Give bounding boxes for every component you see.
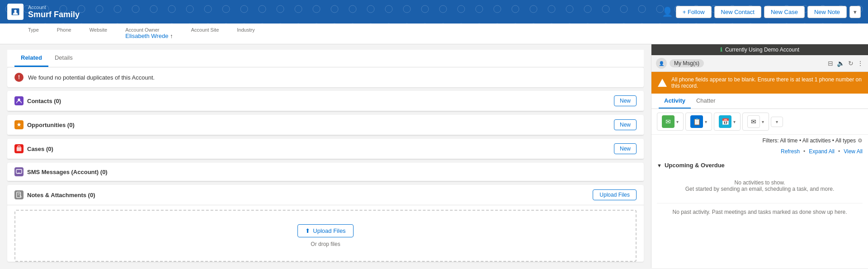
opportunities-new-button[interactable]: New (614, 119, 637, 130)
warning-banner: All phone fields appear to be blank. Ens… (651, 72, 868, 94)
filter-icon[interactable]: ⊟ (828, 60, 833, 67)
avatar: 👤 (656, 58, 667, 69)
notes-card: Notes & Attachments (0) Upload Files ⬆ U… (7, 185, 644, 262)
email-chevron: ▾ (676, 119, 679, 124)
meta-type: Type (28, 27, 39, 33)
dropzone-upload-button[interactable]: ⬆ Upload Files (297, 224, 353, 237)
more-msg-icon[interactable]: ⋮ (857, 60, 863, 67)
left-panel: Related Details ! We found no potential … (0, 44, 651, 268)
type-label: Type (28, 27, 39, 33)
volume-icon[interactable]: 🔈 (837, 60, 844, 67)
new-note-button[interactable]: New Note (807, 6, 847, 18)
no-activities-sub: Get started by sending an email, schedul… (657, 186, 863, 192)
opportunities-section-header: Opportunities (0) New (7, 115, 644, 135)
right-panel: ℹ Currently Using Demo Account 👤 My Msg(… (651, 44, 868, 268)
industry-label: Industry (237, 27, 255, 33)
account-info: Account Smurf Family (28, 5, 80, 19)
no-activities-section: No activities to show. Get started by se… (657, 172, 863, 199)
opportunities-card: Opportunities (0) New (7, 115, 644, 135)
sms-icon (14, 167, 24, 176)
tab-chatter[interactable]: Chatter (691, 94, 721, 109)
demo-banner-text: Currently Using Demo Account (725, 47, 799, 53)
refresh-link[interactable]: Refresh (781, 148, 800, 155)
note2-icon: ✉ (747, 115, 760, 128)
notes-title: Notes & Attachments (0) (14, 190, 95, 199)
task-icon: 📋 (690, 115, 703, 128)
cases-card: Cases (0) New (7, 139, 644, 159)
cases-label: Cases (0) (27, 146, 53, 152)
sms-label: SMS Messages (Account) (0) (27, 169, 108, 175)
follow-button[interactable]: + Follow (676, 6, 712, 18)
alert-text: We found no potential duplicates of this… (28, 74, 155, 81)
svg-rect-4 (17, 147, 22, 151)
meeting-button[interactable]: 📅 ▾ (714, 113, 741, 131)
message-actions: ⊟ 🔈 ↻ ⋮ (828, 60, 863, 67)
account-owner-link[interactable]: Elisabeth Wrede (125, 33, 170, 39)
contacts-section-header: Contacts (0) New (7, 91, 644, 111)
warning-text: All phone fields appear to be blank. Ens… (671, 76, 862, 89)
activity-links: Refresh • Expand All • View All (651, 146, 868, 158)
past-activity-text: No past activity. Past meetings and task… (657, 203, 863, 221)
alert-icon: ! (14, 73, 24, 82)
notes-upload-button[interactable]: Upload Files (593, 189, 637, 200)
meeting-icon: 📅 (719, 115, 731, 128)
opportunities-label: Opportunities (0) (27, 122, 75, 128)
svg-point-3 (18, 99, 20, 101)
website-label: Website (90, 27, 108, 33)
warning-triangle-icon (658, 79, 667, 87)
contacts-title: Contacts (0) (14, 96, 61, 105)
new-contact-button[interactable]: New Contact (714, 6, 761, 18)
tab-related[interactable]: Related (14, 50, 48, 67)
sms-section-header: SMS Messages (Account) (0) (7, 163, 644, 181)
view-all-link[interactable]: View All (844, 148, 863, 155)
duplicate-alert: ! We found no potential duplicates of th… (7, 67, 644, 87)
task-chevron: ▾ (705, 119, 707, 124)
dropzone-hint: Or drop files (29, 241, 622, 247)
cases-title: Cases (0) (14, 144, 53, 153)
more-activity-button[interactable]: ▾ (771, 117, 783, 127)
activity-toolbar: ✉ ▾ 📋 ▾ 📅 ▾ ✉ ▾ ▾ (651, 109, 868, 135)
meta-industry: Industry (237, 27, 255, 33)
refresh-msg-icon[interactable]: ↻ (848, 60, 854, 67)
upcoming-section: ▼ Upcoming & Overdue No activities to sh… (651, 158, 868, 224)
task-button[interactable]: 📋 ▾ (685, 113, 712, 131)
account-icon (7, 4, 24, 20)
email-icon: ✉ (662, 115, 675, 128)
account-meta: Type Phone Website Account Owner Elisabe… (0, 24, 868, 44)
message-bar: 👤 My Msg(s) ⊟ 🔈 ↻ ⋮ (651, 55, 868, 72)
info-icon: ℹ (720, 47, 722, 53)
note2-chevron: ▾ (762, 119, 764, 124)
meta-website: Website (90, 27, 108, 33)
duplicate-alert-card: ! We found no potential duplicates of th… (7, 67, 644, 87)
contacts-card: Contacts (0) New (7, 91, 644, 111)
contacts-icon (14, 96, 24, 105)
activity-tabs: Activity Chatter (651, 94, 868, 109)
account-owner-label: Account Owner (125, 27, 173, 33)
no-activities-text: No activities to show. (657, 179, 863, 186)
cases-new-button[interactable]: New (614, 143, 637, 154)
account-owner-value: Elisabeth Wrede ↑ (125, 33, 173, 39)
my-msgs-label[interactable]: My Msg(s) (670, 59, 704, 67)
main-layout: Related Details ! We found no potential … (0, 44, 868, 268)
tab-activity[interactable]: Activity (659, 94, 691, 109)
user-icon: 👤 (662, 6, 673, 17)
contacts-new-button[interactable]: New (614, 95, 637, 106)
more-actions-button[interactable]: ▾ (849, 6, 861, 18)
meta-account-owner: Account Owner Elisabeth Wrede ↑ (125, 27, 173, 39)
gear-icon[interactable]: ⚙ (858, 137, 863, 144)
phone-label: Phone (57, 27, 71, 33)
account-type-label: Account (28, 5, 80, 10)
meeting-chevron: ▾ (733, 119, 736, 124)
sms-title: SMS Messages (Account) (0) (14, 167, 108, 176)
file-dropzone[interactable]: ⬆ Upload Files Or drop files (14, 210, 637, 262)
expand-all-link[interactable]: Expand All (809, 148, 835, 155)
dropzone-upload-label: Upload Files (313, 227, 345, 234)
new-case-button[interactable]: New Case (764, 6, 805, 18)
meta-phone: Phone (57, 27, 71, 33)
email-button[interactable]: ✉ ▾ (657, 113, 684, 131)
notes-icon (14, 190, 24, 199)
opportunities-icon (14, 120, 24, 129)
note2-button[interactable]: ✉ ▾ (742, 113, 769, 131)
tab-details[interactable]: Details (48, 50, 79, 67)
account-name: Smurf Family (28, 10, 80, 19)
